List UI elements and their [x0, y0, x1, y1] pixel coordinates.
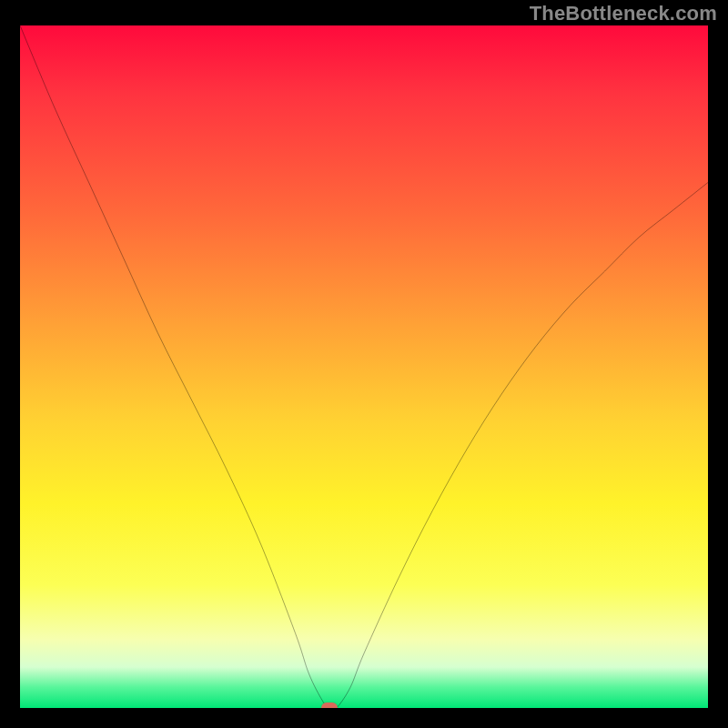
- chart-frame: TheBottleneck.com: [0, 0, 728, 728]
- optimal-point-marker: [321, 703, 338, 708]
- plot-area: [20, 25, 708, 708]
- bottleneck-curve: [20, 25, 708, 708]
- watermark-text: TheBottleneck.com: [530, 2, 717, 25]
